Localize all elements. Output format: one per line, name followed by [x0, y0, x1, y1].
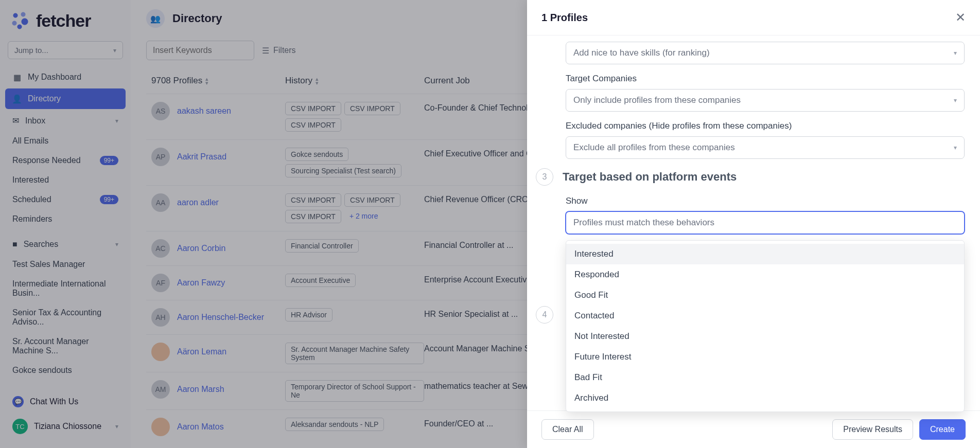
target-companies-label: Target Companies	[566, 74, 965, 84]
dropdown-option-responded[interactable]: Responded	[566, 264, 964, 285]
skills-input[interactable]: Add nice to have skills (for ranking) ▾	[566, 42, 965, 64]
dropdown-option-future-interest[interactable]: Future Interest	[566, 347, 964, 367]
dropdown-option-interested[interactable]: Interested	[566, 244, 964, 264]
dropdown-option-archived[interactable]: Archived	[566, 388, 964, 408]
step-number: 4	[536, 306, 553, 324]
dropdown-option-bad-fit[interactable]: Bad Fit	[566, 367, 964, 388]
close-icon[interactable]: ✕	[955, 10, 966, 25]
filter-panel: 1 Profiles ✕ Add nice to have skills (fo…	[527, 0, 980, 448]
behaviors-dropdown: Interested Responded Good Fit Contacted …	[566, 240, 965, 412]
create-button[interactable]: Create	[919, 419, 966, 440]
clear-all-button[interactable]: Clear All	[541, 419, 594, 440]
dropdown-option-contacted[interactable]: Contacted	[566, 306, 964, 326]
step-number: 3	[536, 168, 553, 186]
step-3-header: 3 Target based on platform events	[536, 168, 965, 186]
target-companies-input[interactable]: Only include profiles from these compani…	[566, 89, 965, 112]
dropdown-option-not-interested[interactable]: Not Interested	[566, 326, 964, 347]
show-behaviors-input[interactable]: Profiles must match these behaviors	[566, 211, 965, 234]
dropdown-option-good-fit[interactable]: Good Fit	[566, 285, 964, 306]
panel-title: 1 Profiles	[541, 12, 588, 24]
chevron-down-icon: ▾	[954, 97, 957, 104]
chevron-down-icon: ▾	[954, 144, 957, 151]
excluded-companies-label: Excluded companies (Hide profiles from t…	[566, 121, 965, 131]
excluded-companies-input[interactable]: Exclude all profiles from these companie…	[566, 136, 965, 159]
preview-results-button[interactable]: Preview Results	[832, 419, 913, 440]
show-label: Show	[566, 196, 965, 206]
step-title: Target based on platform events	[563, 170, 737, 184]
chevron-down-icon: ▾	[954, 49, 957, 57]
